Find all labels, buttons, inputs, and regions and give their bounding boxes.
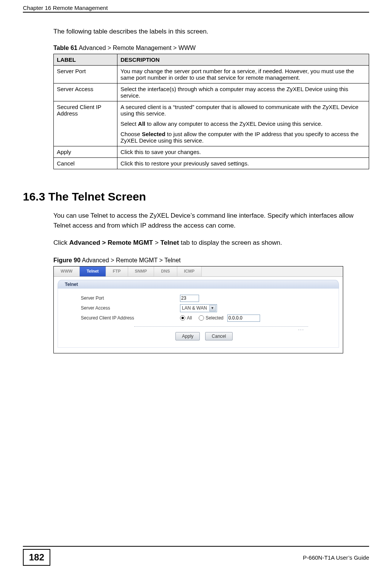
cell-label: Server Access (54, 83, 117, 101)
tab-telnet[interactable]: Telnet (80, 266, 106, 276)
cell-desc: Click this to restore your previously sa… (117, 158, 369, 169)
row-secured-client: Secured Client IP Address All Selected (81, 315, 327, 322)
running-header: Chapter 16 Remote Management (23, 5, 369, 13)
table-row: Secured Client IP Address A secured clie… (54, 101, 369, 146)
secured-ip-input[interactable] (227, 315, 260, 322)
select-value: LAN & WAN (182, 305, 207, 311)
apply-button[interactable]: Apply (175, 332, 200, 340)
tab-bar: WWW Telnet FTP SNMP DNS ICMP (54, 266, 343, 277)
cell-label: Server Port (54, 66, 117, 83)
radio-all[interactable] (180, 315, 185, 321)
server-access-select[interactable]: LAN & WAN ▼ (180, 304, 217, 312)
radio-selected[interactable] (199, 315, 204, 321)
separator (134, 326, 308, 331)
cell-label: Secured Client IP Address (54, 101, 117, 146)
cell-desc: Select the interface(s) through which a … (117, 83, 369, 101)
intro-text: The following table describes the labels… (53, 28, 369, 35)
table-row: Server Access Select the interface(s) th… (54, 83, 369, 101)
tab-dns[interactable]: DNS (154, 266, 177, 276)
desc-text: Select All to allow any computer to acce… (120, 120, 366, 127)
tab-ftp[interactable]: FTP (106, 266, 128, 276)
server-port-input[interactable] (180, 295, 199, 302)
table-title: Advanced > Remote Management > WWW (77, 45, 196, 51)
desc-text: You may change the server port number fo… (120, 68, 366, 81)
col-header-label: LABEL (54, 54, 117, 66)
section-heading: 16.3 The Telnet Screen (23, 190, 369, 203)
figure-number: Figure 90 (53, 257, 80, 263)
desc-text: Choose Selected to just allow the comput… (120, 131, 366, 144)
table-row: Cancel Click this to restore your previo… (54, 158, 369, 169)
table-61: LABEL DESCRIPTION Server Port You may ch… (53, 54, 369, 169)
label-secured-client: Secured Client IP Address (81, 315, 180, 321)
cell-desc: You may change the server port number fo… (117, 66, 369, 83)
page-number: 182 (23, 549, 50, 566)
tab-snmp[interactable]: SNMP (128, 266, 154, 276)
radio-all-label: All (187, 315, 192, 321)
table-row: Server Port You may change the server po… (54, 66, 369, 83)
section-paragraph: Click Advanced > Remote MGMT > Telnet ta… (53, 238, 369, 248)
desc-text: Select the interface(s) through which a … (120, 86, 366, 99)
label-server-port: Server Port (81, 295, 180, 301)
cell-label: Apply (54, 146, 117, 158)
section-paragraph: You can use Telnet to access the ZyXEL D… (53, 211, 369, 230)
row-server-port: Server Port (81, 295, 327, 302)
figure-caption: Figure 90 Advanced > Remote MGMT > Telne… (53, 257, 369, 264)
telnet-panel: Server Port Server Access LAN & WAN ▼ Se… (58, 289, 339, 348)
label-server-access: Server Access (81, 305, 180, 311)
table-caption: Table 61 Advanced > Remote Management > … (53, 45, 369, 51)
row-server-access: Server Access LAN & WAN ▼ (81, 304, 327, 312)
panel-title: Telnet (58, 280, 339, 289)
desc-text: A secured client is a “trusted” computer… (120, 104, 366, 117)
cell-label: Cancel (54, 158, 117, 169)
cell-desc: A secured client is a “trusted” computer… (117, 101, 369, 146)
figure-title: Advanced > Remote MGMT > Telnet (80, 257, 181, 263)
cancel-button[interactable]: Cancel (205, 332, 232, 340)
chevron-down-icon: ▼ (209, 305, 216, 311)
radio-selected-label: Selected (206, 315, 223, 321)
figure-screenshot: WWW Telnet FTP SNMP DNS ICMP Telnet Serv… (53, 266, 343, 353)
desc-text: Click this to save your changes. (120, 149, 366, 155)
tab-icmp[interactable]: ICMP (177, 266, 202, 276)
col-header-description: DESCRIPTION (117, 54, 369, 66)
desc-text: Click this to restore your previously sa… (120, 160, 366, 167)
table-row: Apply Click this to save your changes. (54, 146, 369, 158)
chapter-title: Chapter 16 Remote Management (23, 5, 108, 11)
cell-desc: Click this to save your changes. (117, 146, 369, 158)
page-footer: 182 P-660N-T1A User’s Guide (23, 546, 369, 566)
table-number: Table 61 (53, 45, 77, 51)
tab-www[interactable]: WWW (54, 266, 80, 276)
guide-title: P-660N-T1A User’s Guide (303, 554, 369, 561)
